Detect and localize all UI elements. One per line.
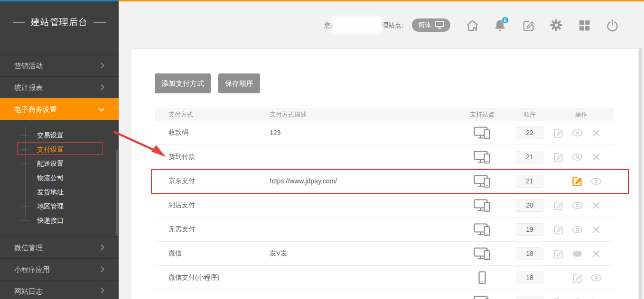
gear-icon: [550, 19, 562, 31]
header-order: 顺序: [511, 110, 549, 119]
table-row: 微信 发V发: [155, 242, 614, 266]
submenu-label: 物流公司: [37, 174, 64, 181]
edit-button[interactable]: [549, 152, 568, 163]
view-button[interactable]: [568, 297, 587, 299]
delete-button[interactable]: [587, 127, 606, 138]
order-input[interactable]: [516, 223, 543, 236]
language-site-pill[interactable]: 简体: [412, 18, 450, 32]
submenu-tick: [21, 220, 29, 221]
delete-button[interactable]: [587, 297, 606, 299]
delete-button[interactable]: [587, 200, 606, 211]
sidebar-item-label: 网站日志: [14, 287, 43, 295]
submenu-tick: [21, 192, 29, 192]
sidebar-item-wechat[interactable]: 微信管理: [0, 236, 119, 258]
notifications-button[interactable]: 5: [492, 18, 507, 33]
page-scrollbar-thumb[interactable]: [639, 47, 642, 299]
save-order-button[interactable]: 保存顺序: [218, 73, 260, 93]
view-button[interactable]: [568, 152, 587, 163]
edit-button-active[interactable]: [568, 175, 587, 187]
top-strip-orange: [119, 0, 644, 1]
edit-button[interactable]: [549, 200, 568, 211]
header-actions: 操作: [549, 110, 614, 119]
order-input[interactable]: [516, 127, 543, 139]
payment-name: 微信支付(小程序): [155, 273, 270, 282]
settings-button[interactable]: [549, 18, 564, 33]
sidebar-item-label: 微信管理: [14, 244, 43, 252]
payment-desc: 123: [270, 129, 454, 136]
sidebar-item-site-log[interactable]: 网站日志: [0, 280, 119, 299]
view-button[interactable]: [568, 224, 587, 235]
grid-icon: [579, 19, 590, 31]
delete-button[interactable]: [587, 152, 606, 163]
submenu-item-express-api[interactable]: 快递接口: [0, 213, 119, 227]
home-icon: [466, 19, 479, 32]
payment-desc: https://www.jdpay.com/: [270, 177, 454, 185]
sidebar-scrollbar-thumb[interactable]: [116, 149, 119, 236]
sidebar: 建站管理后台 营销活动 统计报表 电子商务设置 交易设置 支付设置 配送设置 物…: [0, 1, 119, 299]
title-dash-right: [93, 22, 106, 23]
edit-button[interactable]: [549, 127, 568, 138]
edit-button[interactable]: [549, 297, 568, 299]
compose-button[interactable]: [521, 18, 536, 33]
toolbar: 添加支付方式 保存顺序: [155, 73, 260, 93]
app-title-text: 建站管理后台: [31, 16, 88, 28]
submenu-label: 交易设置: [37, 131, 64, 139]
order-input[interactable]: [516, 296, 543, 299]
edit-button[interactable]: [568, 272, 587, 283]
payment-desc: 发V发: [270, 249, 454, 258]
chevron-right-icon: [98, 244, 104, 250]
sidebar-item-miniprogram[interactable]: 小程序应用: [0, 258, 119, 280]
table-row: 收款码 123: [155, 121, 614, 145]
order-input[interactable]: [516, 247, 543, 260]
order-input[interactable]: [516, 199, 543, 212]
submenu-item-region[interactable]: 地区管理: [0, 199, 119, 213]
monitor-icon: [435, 21, 444, 29]
header-supported-sites: 支持站点: [454, 110, 511, 119]
submenu-item-delivery[interactable]: 配送设置: [0, 156, 119, 171]
view-button[interactable]: [568, 200, 587, 211]
app-title: 建站管理后台: [0, 1, 119, 54]
sidebar-item-ecommerce[interactable]: 电子商务设置: [0, 98, 119, 120]
sidebar-item-marketing[interactable]: 营销活动: [0, 54, 119, 76]
edit-button[interactable]: [549, 224, 568, 235]
submenu-item-ship-address[interactable]: 发货地址: [0, 185, 119, 199]
view-off-button[interactable]: [568, 248, 587, 259]
sidebar-item-label: 小程序应用: [14, 265, 50, 273]
submenu-item-trade[interactable]: 交易设置: [0, 128, 119, 142]
view-button[interactable]: [587, 272, 606, 283]
view-button[interactable]: [587, 175, 606, 187]
language-label: 简体: [418, 21, 431, 29]
order-input[interactable]: [516, 151, 543, 163]
sidebar-item-label: 统计报表: [14, 83, 43, 91]
header-description: 支付方式描述: [270, 110, 454, 119]
edit-button[interactable]: [549, 248, 568, 259]
payment-name: 无需支付: [155, 225, 270, 234]
edit-icon: [522, 19, 535, 32]
title-dash-left: [13, 22, 25, 23]
add-payment-method-button[interactable]: 添加支付方式: [155, 73, 211, 93]
power-icon: [606, 19, 619, 32]
submenu-tick: [21, 135, 29, 136]
notification-badge: 5: [502, 17, 509, 24]
chevron-right-icon: [98, 62, 104, 68]
delete-button[interactable]: [587, 224, 606, 235]
desktop-mobile-icon: [474, 199, 491, 212]
table-header-row: 支付方式 支付方式描述 支持站点 顺序 操作: [155, 108, 614, 121]
view-button[interactable]: [568, 127, 587, 138]
header-payment-method: 支付方式: [155, 110, 270, 119]
payment-name: 到店支付: [155, 201, 270, 209]
payment-name: 收款码: [155, 128, 270, 137]
delete-button[interactable]: [587, 248, 606, 259]
submenu-item-logistics[interactable]: 物流公司: [0, 171, 119, 185]
home-button[interactable]: [465, 18, 480, 33]
submenu-item-payment[interactable]: 支付设置: [0, 142, 119, 156]
sidebar-item-reports[interactable]: 统计报表: [0, 76, 119, 98]
sidebar-item-label: 营销活动: [14, 62, 43, 70]
logout-button[interactable]: [605, 18, 620, 33]
payment-name: 微信: [155, 249, 270, 258]
payment-name: 货到付款: [155, 153, 270, 161]
order-input[interactable]: [516, 272, 543, 284]
apps-button[interactable]: [577, 18, 592, 33]
order-input[interactable]: [516, 175, 543, 188]
desktop-mobile-icon: [474, 150, 491, 163]
